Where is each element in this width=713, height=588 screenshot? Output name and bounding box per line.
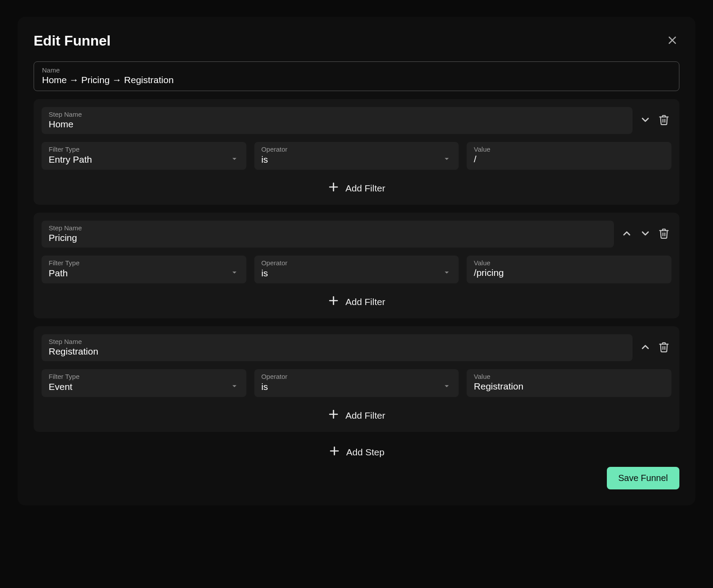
step-header: Step Name [42,107,671,134]
add-filter-button[interactable]: Add Filter [328,409,385,422]
step-card: Step NameFilter TypePathOperatorisValueA… [34,213,679,318]
close-button[interactable] [665,33,679,49]
filter-row: Filter TypeEntry PathOperatorisValue [42,142,671,170]
add-step-button[interactable]: Add Step [329,445,384,459]
add-filter-row: Add Filter [42,291,671,310]
filter-type-select[interactable]: Filter TypeEvent [42,369,246,397]
trash-icon [658,114,670,127]
filter-type-value: Path [49,268,68,279]
value-field[interactable]: Value [467,142,671,170]
chevron-down-icon [640,228,651,241]
modal-header: Edit Funnel [34,33,679,49]
dropdown-icon [230,154,239,165]
value-field[interactable]: Value [467,256,671,283]
dropdown-icon [230,267,239,279]
value-label: Value [474,145,664,153]
step-card: Step NameFilter TypeEventOperatorisValue… [34,326,679,432]
filter-type-value: Event [49,382,73,392]
add-filter-button[interactable]: Add Filter [328,181,385,195]
operator-value: is [261,268,268,279]
step-header: Step Name [42,334,671,361]
step-header: Step Name [42,221,671,248]
operator-value: is [261,154,268,165]
operator-select[interactable]: Operatoris [254,369,459,397]
modal-title: Edit Funnel [34,33,111,49]
filter-row: Filter TypePathOperatorisValue [42,256,671,283]
value-field[interactable]: Value [467,369,671,397]
add-filter-label: Add Filter [345,297,385,307]
step-name-label: Step Name [49,338,625,345]
dropdown-icon [442,267,452,279]
step-controls [638,112,671,129]
edit-funnel-modal: Edit Funnel Name Step NameFilter TypeEnt… [18,17,695,505]
step-name-field[interactable]: Step Name [42,334,632,361]
add-filter-label: Add Filter [345,410,385,421]
operator-select[interactable]: Operatoris [254,142,459,170]
dropdown-icon [230,381,239,393]
step-name-input[interactable] [49,233,607,243]
step-name-field[interactable]: Step Name [42,221,614,248]
step-controls [638,340,671,356]
filter-type-label: Filter Type [49,145,239,153]
plus-icon [329,445,340,459]
value-input[interactable] [474,154,664,164]
add-step-row: Add Step [34,440,679,467]
operator-label: Operator [261,373,452,380]
add-step-label: Add Step [346,447,384,458]
chevron-up-icon [640,341,651,354]
trash-icon [658,341,670,354]
operator-value: is [261,382,268,392]
step-name-field[interactable]: Step Name [42,107,632,134]
save-funnel-button[interactable]: Save Funnel [607,467,679,489]
filter-type-value: Entry Path [49,154,92,165]
value-label: Value [474,259,664,267]
delete-step-button[interactable] [656,112,671,129]
modal-footer: Save Funnel [34,467,679,489]
chevron-down-icon [640,114,651,127]
delete-step-button[interactable] [656,226,671,242]
move-down-button[interactable] [638,226,653,242]
move-up-button[interactable] [638,340,653,356]
funnel-name-field[interactable]: Name [34,61,679,91]
operator-label: Operator [261,259,452,267]
value-input[interactable] [474,267,664,278]
dropdown-icon [442,381,452,393]
add-filter-row: Add Filter [42,178,671,197]
filter-type-label: Filter Type [49,259,239,267]
plus-icon [328,181,339,195]
step-name-input[interactable] [49,346,625,357]
step-controls [619,226,671,242]
move-down-button[interactable] [638,112,653,129]
plus-icon [328,409,339,422]
plus-icon [328,295,339,309]
step-name-label: Step Name [49,111,625,118]
filter-type-label: Filter Type [49,373,239,380]
filter-type-select[interactable]: Filter TypePath [42,256,246,283]
funnel-name-input[interactable] [42,75,671,85]
step-card: Step NameFilter TypeEntry PathOperatoris… [34,99,679,205]
step-name-input[interactable] [49,119,625,130]
trash-icon [658,228,670,241]
move-up-button[interactable] [619,226,634,242]
close-icon [667,35,678,47]
add-filter-row: Add Filter [42,405,671,424]
add-filter-button[interactable]: Add Filter [328,295,385,309]
filter-type-select[interactable]: Filter TypeEntry Path [42,142,246,170]
add-filter-label: Add Filter [345,183,385,194]
chevron-up-icon [621,228,632,241]
name-label: Name [42,66,671,74]
step-name-label: Step Name [49,224,607,232]
value-input[interactable] [474,381,664,392]
operator-select[interactable]: Operatoris [254,256,459,283]
value-label: Value [474,373,664,380]
dropdown-icon [442,154,452,165]
filter-row: Filter TypeEventOperatorisValue [42,369,671,397]
operator-label: Operator [261,145,452,153]
delete-step-button[interactable] [656,340,671,356]
